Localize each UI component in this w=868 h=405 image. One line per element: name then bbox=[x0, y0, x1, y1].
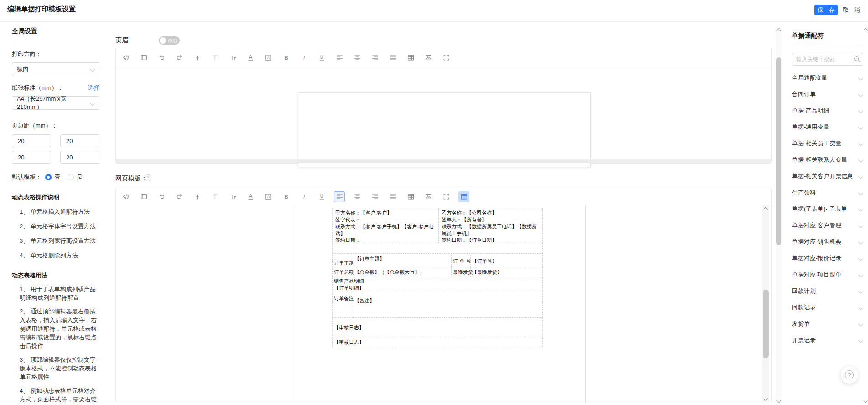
search-input[interactable] bbox=[792, 53, 851, 65]
scroll-down-icon[interactable] bbox=[863, 400, 868, 402]
redo-icon[interactable] bbox=[174, 191, 185, 202]
help-button[interactable]: ? bbox=[841, 366, 858, 384]
margin-top-input[interactable] bbox=[12, 134, 51, 147]
italic-icon[interactable]: I bbox=[298, 52, 309, 63]
page-header-toggle[interactable]: 停用 bbox=[159, 36, 180, 45]
bg-color-icon[interactable]: A bbox=[263, 191, 274, 202]
bold-icon[interactable]: B bbox=[281, 52, 291, 63]
align-right-icon[interactable] bbox=[369, 52, 380, 63]
party-empty-row[interactable] bbox=[333, 243, 543, 254]
product-detail-cell[interactable]: 销售产品明细 【订单明细】 bbox=[333, 277, 543, 291]
image-icon[interactable] bbox=[423, 52, 434, 63]
editor-scrollbar[interactable] bbox=[762, 205, 769, 402]
wildcard-item[interactable]: 开票记录 bbox=[792, 332, 863, 349]
margin-left-input[interactable] bbox=[60, 151, 99, 164]
order-cell-value[interactable]: 【订单号】 bbox=[471, 255, 543, 267]
redo-icon[interactable] bbox=[174, 52, 185, 63]
help-icon[interactable]: ? bbox=[145, 174, 151, 181]
wildcard-item[interactable]: 单据(子表单)- 子表单 bbox=[792, 201, 863, 217]
scroll-down-icon[interactable] bbox=[762, 397, 769, 400]
panel-icon[interactable] bbox=[138, 52, 149, 63]
wildcard-item[interactable]: 单据-相关联系人变量 bbox=[792, 152, 863, 168]
clear-format-icon[interactable] bbox=[192, 52, 203, 63]
scroll-down-icon[interactable] bbox=[776, 399, 782, 402]
table-icon[interactable] bbox=[405, 52, 416, 63]
bold-icon[interactable]: B bbox=[281, 191, 291, 202]
order-table[interactable]: 订单主题 【订单主题】 订 单 号 【订单号】 订单总额 【总金额】（【总金额大… bbox=[332, 255, 543, 347]
dyn-table-icon[interactable] bbox=[458, 191, 469, 202]
order-cell-label[interactable]: 订 单 号 bbox=[452, 255, 471, 267]
justify-icon[interactable] bbox=[387, 191, 398, 202]
margin-bottom-input[interactable] bbox=[12, 151, 51, 164]
wildcard-item[interactable]: 单据-通用变量 bbox=[792, 119, 863, 135]
party-table[interactable]: 甲方名称：【客户.客户】签字代表：联系方式：【客户.客户手机】【客户.客户电话】… bbox=[332, 208, 543, 254]
align-left-icon[interactable] bbox=[334, 191, 345, 202]
cancel-button[interactable]: 取 消 bbox=[840, 5, 863, 15]
web-template-editor-canvas[interactable]: 甲方名称：【客户.客户】签字代表：联系方式：【客户.客户手机】【客户.客户电话】… bbox=[116, 205, 771, 403]
sidebar-scrollbar[interactable] bbox=[863, 26, 868, 405]
order-cell-value[interactable]: 【总金额】（【总金额大写】） bbox=[353, 267, 452, 277]
order-cell-label[interactable]: 订单总额 bbox=[333, 267, 353, 277]
party-cell-left[interactable]: 甲方名称：【客户.客户】签字代表：联系方式：【客户.客户手机】【客户.客户电话】… bbox=[333, 208, 439, 243]
paper-standard-select[interactable]: A4（长297mm x宽210mm） bbox=[12, 96, 99, 110]
print-direction-select[interactable]: 纵向 bbox=[12, 62, 99, 76]
wildcard-item[interactable]: 单据对应-销售机会 bbox=[792, 234, 863, 250]
wildcard-item[interactable]: 合同订单 bbox=[792, 86, 863, 103]
clear-format-icon[interactable] bbox=[192, 191, 203, 202]
code-icon[interactable] bbox=[120, 191, 131, 202]
wildcard-item[interactable]: 单据对应-项目跟单 bbox=[792, 267, 863, 283]
scroll-up-icon[interactable] bbox=[863, 29, 868, 31]
order-cell-label[interactable]: 最晚发货 bbox=[452, 267, 471, 277]
order-cell-label[interactable]: 订单主题 bbox=[333, 255, 353, 267]
wildcard-item[interactable]: 回款计划 bbox=[792, 283, 863, 299]
font-color-icon[interactable]: A bbox=[245, 191, 256, 202]
audit-log-wildcard-cell[interactable]: 【审核日志】 bbox=[333, 338, 543, 347]
scroll-up-icon[interactable] bbox=[776, 29, 782, 32]
scroll-up-icon[interactable] bbox=[762, 208, 769, 211]
text-icon[interactable] bbox=[209, 191, 220, 202]
fullscreen-icon[interactable] bbox=[441, 191, 452, 202]
radio-no[interactable] bbox=[45, 174, 52, 180]
radio-no-label[interactable]: 否 bbox=[54, 173, 60, 181]
text-icon[interactable] bbox=[209, 52, 220, 63]
table-icon[interactable] bbox=[405, 191, 416, 202]
header-editor-canvas[interactable] bbox=[116, 67, 771, 160]
remark-value-cell[interactable]: 【备注】 bbox=[353, 291, 543, 318]
wildcard-item[interactable]: 单据-产品明细 bbox=[792, 103, 863, 119]
align-center-icon[interactable] bbox=[352, 52, 363, 63]
paper-select-link[interactable]: 选择 bbox=[88, 84, 99, 92]
font-color-icon[interactable]: A bbox=[245, 52, 256, 63]
undo-icon[interactable] bbox=[156, 191, 167, 202]
italic-icon[interactable]: I bbox=[298, 191, 309, 202]
underline-icon[interactable]: U bbox=[316, 52, 327, 63]
align-right-icon[interactable] bbox=[369, 191, 380, 202]
audit-log-title-cell[interactable]: 【审核日志】 bbox=[333, 318, 543, 338]
wildcard-item[interactable]: 发货单 bbox=[792, 316, 863, 332]
wildcard-item[interactable]: 单据-相关客户开票信息 bbox=[792, 168, 863, 185]
font-size-icon[interactable] bbox=[227, 191, 238, 202]
scrollbar-thumb[interactable] bbox=[776, 57, 781, 245]
image-icon[interactable] bbox=[423, 191, 434, 202]
wildcard-item[interactable]: 单据-相关员工变量 bbox=[792, 135, 863, 152]
remark-label-cell[interactable]: 订单备注 bbox=[333, 291, 353, 318]
radio-yes[interactable] bbox=[68, 174, 74, 180]
panel-icon[interactable] bbox=[138, 191, 149, 202]
order-cell-value[interactable]: 【订单主题】 bbox=[353, 255, 452, 267]
underline-icon[interactable]: U bbox=[316, 191, 327, 202]
undo-icon[interactable] bbox=[156, 52, 167, 63]
align-center-icon[interactable] bbox=[352, 191, 363, 202]
justify-icon[interactable] bbox=[387, 52, 398, 63]
party-cell-right[interactable]: 乙方名称：【公司名称】签单人：【所有者】联系方式：【数据所属员工电话】【数据所属… bbox=[439, 208, 543, 243]
align-left-icon[interactable] bbox=[334, 52, 345, 63]
wildcard-item[interactable]: 生产领料 bbox=[792, 185, 863, 201]
wildcard-item[interactable]: 全局通配变量 bbox=[792, 70, 863, 86]
margin-right-input[interactable] bbox=[60, 134, 99, 147]
fullscreen-icon[interactable] bbox=[441, 52, 452, 63]
save-button[interactable]: 保 存 bbox=[814, 5, 838, 15]
search-button[interactable] bbox=[851, 53, 863, 65]
code-icon[interactable] bbox=[120, 52, 131, 63]
bg-color-icon[interactable]: A bbox=[263, 52, 274, 63]
wildcard-item[interactable]: 单据对应-客户管理 bbox=[792, 217, 863, 234]
radio-yes-label[interactable]: 是 bbox=[77, 173, 83, 181]
order-cell-value[interactable]: 【最晚发货】 bbox=[471, 267, 543, 277]
